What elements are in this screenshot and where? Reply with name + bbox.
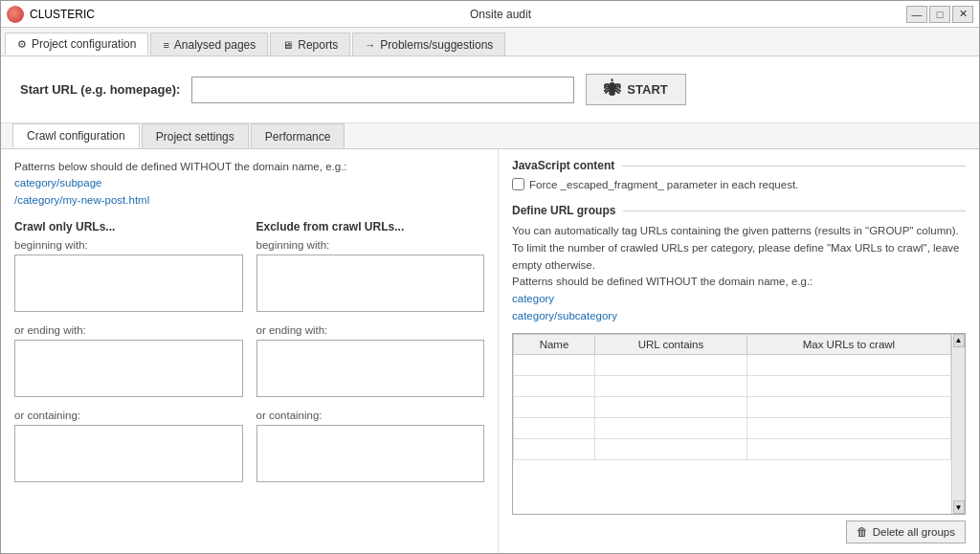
crawl-only-beginning-input[interactable]: [14, 255, 243, 312]
titlebar-title: Onsite audit: [95, 8, 906, 21]
titlebar-controls: — □ ✕: [906, 6, 973, 23]
table-row: [514, 438, 951, 459]
tab-problems-suggestions[interactable]: → Problems/suggestions: [352, 33, 505, 55]
url-groups-description: You can automatically tag URLs containin…: [512, 223, 966, 325]
crawl-only-column: Crawl only URLs... beginning with: or en…: [14, 220, 243, 495]
exclude-beginning-label: beginning with:: [256, 239, 485, 251]
project-config-icon: ⚙: [17, 38, 27, 51]
url-groups-section: Define URL groups You can automatically …: [512, 204, 966, 543]
crawl-only-beginning-label: beginning with:: [14, 239, 243, 251]
exclude-beginning-input[interactable]: [256, 255, 485, 312]
crawl-only-containing-section: or containing:: [14, 410, 243, 485]
crawl-only-ending-label: or ending with:: [14, 324, 243, 336]
js-content-title: JavaScript content: [512, 159, 614, 172]
cell-max-urls[interactable]: [746, 396, 950, 417]
hint-example2[interactable]: /category/my-new-post.html: [14, 194, 149, 206]
scrollbar-track: [953, 347, 965, 500]
js-content-section: JavaScript content Force _escaped_fragme…: [512, 159, 966, 190]
sub-tab-crawl-configuration-label: Crawl configuration: [27, 129, 125, 143]
exclude-ending-label: or ending with:: [256, 324, 485, 336]
cell-name[interactable]: [514, 396, 595, 417]
table-row: [514, 417, 951, 438]
url-label: Start URL (e.g. homepage):: [20, 82, 180, 97]
tab-project-configuration-label: Project configuration: [32, 37, 136, 51]
col-url-contains: URL contains: [595, 334, 747, 354]
app-logo: [7, 6, 24, 23]
cell-max-urls[interactable]: [746, 375, 950, 396]
cell-name[interactable]: [514, 417, 595, 438]
js-content-header: JavaScript content: [512, 159, 966, 172]
js-content-divider: [622, 166, 966, 166]
exclude-beginning-section: beginning with:: [256, 239, 485, 315]
crawl-only-ending-input[interactable]: [14, 340, 243, 397]
main-area: Patterns below should de defined WITHOUT…: [1, 149, 979, 553]
cell-name[interactable]: [514, 438, 595, 459]
crawl-columns: Crawl only URLs... beginning with: or en…: [14, 220, 484, 495]
app-window: CLUSTERIC Onsite audit — □ ✕ ⚙ Project c…: [0, 0, 980, 554]
delete-all-groups-button[interactable]: 🗑 Delete all groups: [846, 521, 966, 543]
exclude-containing-section: or containing:: [256, 410, 485, 485]
tab-reports[interactable]: 🖥 Reports: [270, 33, 350, 55]
url-groups-header: Define URL groups: [512, 204, 966, 217]
problems-icon: →: [365, 39, 375, 51]
delete-icon: 🗑: [857, 525, 868, 539]
hint-example1[interactable]: category/subpage: [14, 177, 101, 188]
col-max-urls: Max URLs to crawl: [746, 334, 950, 354]
col-name: Name: [514, 334, 595, 354]
url-groups-desc-line3: empty otherwise.: [512, 259, 595, 271]
exclude-containing-input[interactable]: [256, 425, 485, 482]
cell-max-urls[interactable]: [746, 417, 950, 438]
sub-tabbar: Crawl configuration Project settings Per…: [1, 123, 979, 149]
sub-tab-performance[interactable]: Performance: [251, 123, 345, 148]
spider-icon: 🕷: [604, 79, 621, 100]
delete-all-groups-label: Delete all groups: [873, 526, 955, 538]
tab-project-configuration[interactable]: ⚙ Project configuration: [5, 33, 148, 55]
sub-tab-project-settings[interactable]: Project settings: [142, 123, 249, 148]
table-row: [514, 375, 951, 396]
right-panel: JavaScript content Force _escaped_fragme…: [499, 149, 979, 553]
cell-url-contains[interactable]: [595, 396, 747, 417]
tab-analysed-pages[interactable]: ≡ Analysed pages: [150, 33, 268, 55]
cell-name[interactable]: [514, 354, 595, 375]
crawl-only-ending-section: or ending with:: [14, 324, 243, 400]
reports-icon: 🖥: [282, 39, 293, 51]
js-content-checkbox[interactable]: [512, 178, 524, 190]
content-area: Start URL (e.g. homepage): 🕷 START Crawl…: [1, 56, 979, 553]
crawl-only-containing-input[interactable]: [14, 425, 243, 482]
url-groups-title: Define URL groups: [512, 204, 615, 217]
url-groups-desc-line1: You can automatically tag URLs containin…: [512, 225, 959, 236]
app-name: CLUSTERIC: [30, 8, 95, 21]
tab-reports-label: Reports: [298, 38, 338, 52]
sub-tab-crawl-configuration[interactable]: Crawl configuration: [12, 123, 140, 148]
cell-url-contains[interactable]: [595, 417, 747, 438]
start-button[interactable]: 🕷 START: [586, 74, 685, 105]
exclude-containing-label: or containing:: [256, 410, 485, 421]
scrollbar-down-button[interactable]: ▼: [953, 500, 965, 514]
cell-max-urls[interactable]: [746, 354, 950, 375]
cell-url-contains[interactable]: [595, 354, 747, 375]
exclude-ending-input[interactable]: [256, 340, 485, 397]
cell-url-contains[interactable]: [595, 438, 747, 459]
cell-max-urls[interactable]: [746, 438, 950, 459]
exclude-column: Exclude from crawl URLs... beginning wit…: [256, 220, 485, 495]
exclude-title: Exclude from crawl URLs...: [256, 220, 485, 233]
cell-name[interactable]: [514, 375, 595, 396]
scrollbar-up-button[interactable]: ▲: [953, 334, 965, 347]
url-groups-table-scroll[interactable]: Name URL contains Max URLs to crawl: [513, 334, 951, 514]
left-panel: Patterns below should de defined WITHOUT…: [1, 149, 499, 553]
url-groups-desc-line2: To limit the number of crawled URLs per …: [512, 242, 960, 254]
exclude-ending-section: or ending with:: [256, 324, 485, 400]
maximize-button[interactable]: □: [929, 6, 950, 23]
url-groups-table-wrapper: Name URL contains Max URLs to crawl: [512, 333, 966, 515]
cell-url-contains[interactable]: [595, 375, 747, 396]
table-row: [514, 396, 951, 417]
url-input[interactable]: [191, 77, 574, 103]
close-button[interactable]: ✕: [952, 6, 973, 23]
minimize-button[interactable]: —: [906, 6, 927, 23]
url-groups-example2: category/subcategory: [512, 310, 617, 321]
tab-problems-suggestions-label: Problems/suggestions: [380, 38, 493, 52]
sub-tab-project-settings-label: Project settings: [156, 130, 234, 144]
titlebar-left: CLUSTERIC: [7, 6, 95, 23]
url-groups-divider: [623, 211, 966, 211]
scrollbar: ▲ ▼: [951, 334, 965, 514]
